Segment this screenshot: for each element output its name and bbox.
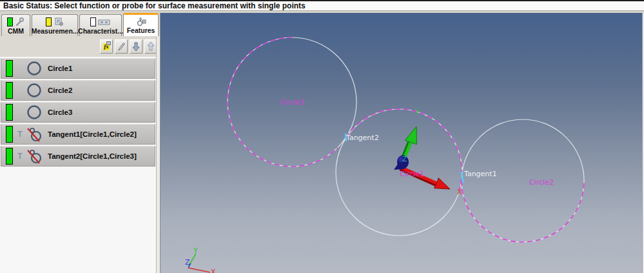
tab-features-label: Features: [127, 26, 155, 35]
feature-label: Tangent2[Circle1,Circle3]: [48, 152, 137, 160]
tab-measurement-plan[interactable]: Measuremen...: [32, 14, 78, 36]
tab-bar: CMM Measuremen...: [0, 13, 160, 36]
feature-row-circle3[interactable]: Circle3: [1, 102, 155, 123]
circle1-highlight-arc: [346, 109, 462, 191]
feature-label: Circle3: [48, 108, 72, 116]
tangent1-label: Tangent1: [463, 170, 497, 178]
status-green-bar: [6, 104, 13, 121]
measurement-plan-icon: [54, 17, 64, 26]
cmm-status-indicator: [7, 17, 13, 26]
feature-label: Tangent1[Circle1,Circle2]: [48, 130, 137, 138]
tab-cmm[interactable]: CMM: [1, 14, 30, 36]
move-up-button[interactable]: [144, 39, 157, 54]
status-green-bar: [6, 126, 13, 143]
triad-x-label: X: [211, 268, 216, 273]
feature-list: Circle1 Circle2 Circle3 T: [0, 57, 156, 273]
status-bar-text: Basic Status: Select function or probe f…: [3, 1, 306, 10]
status-green-bar: [6, 60, 13, 77]
status-green-bar: [6, 82, 13, 99]
feature-row-circle1[interactable]: Circle1: [1, 58, 155, 79]
triad-y-label: Y: [193, 247, 198, 255]
tangent2-label: Tangent2: [346, 134, 379, 142]
pencil-icon: [117, 41, 126, 52]
y-axis-arrow: [403, 126, 416, 159]
tab-measurement-label: Measuremen...: [32, 27, 79, 35]
edit-button[interactable]: [115, 39, 128, 54]
status-bar: Basic Status: Select function or probe f…: [0, 0, 644, 11]
feature-tag: T: [15, 152, 25, 161]
arrow-down-icon: [132, 41, 141, 52]
tab-characteristics[interactable]: Characterist...: [79, 14, 122, 36]
feature-row-tangent2[interactable]: T Tangent2[Circle1,Circle3]: [1, 146, 155, 167]
tangent-feature-icon: [25, 125, 43, 143]
axis-x-label: X: [457, 188, 462, 196]
features-icon: [135, 16, 147, 26]
feature-label: Circle1: [48, 65, 72, 72]
status-green-bar: [6, 148, 13, 165]
wrench-icon: [15, 17, 24, 26]
circle-feature-icon: [25, 103, 43, 121]
circle1-label: Circle1: [400, 170, 424, 178]
tab-features[interactable]: Features: [123, 13, 159, 36]
tab-characteristics-label: Characterist...: [78, 27, 123, 35]
circle2-wire: [462, 119, 584, 242]
cad-viewport[interactable]: Circle3 Circle1 Circle2 Tangent2 Tangent…: [160, 13, 642, 273]
formula-box-icon: [106, 41, 111, 45]
cmm-software-window: Basic Status: Select function or probe f…: [0, 0, 644, 273]
axis-z-label: Z: [402, 155, 407, 163]
circle2-highlight-arc: [462, 181, 584, 242]
circle2-label: Circle2: [529, 178, 554, 187]
feature-tag: T: [15, 130, 25, 139]
triad-x-axis: [188, 268, 210, 272]
features-toolbar: fx: [0, 36, 160, 57]
arrow-up-icon: [146, 41, 155, 52]
tab-cmm-label: CMM: [8, 27, 24, 35]
move-down-button[interactable]: [130, 39, 142, 54]
circle3-label: Circle3: [280, 98, 304, 106]
formula-button[interactable]: fx: [100, 39, 113, 54]
circle-feature-icon: [25, 81, 43, 99]
axis-y-label: Y: [415, 108, 420, 116]
measurement-status-indicator: [46, 17, 52, 26]
characteristics-status-indicator: [90, 17, 96, 26]
circle-feature-icon: [25, 59, 43, 77]
feature-row-tangent1[interactable]: T Tangent1[Circle1,Circle2]: [1, 124, 155, 145]
feature-label: Circle2: [48, 86, 72, 94]
triad-z-label: Z: [185, 258, 190, 267]
characteristics-tolerance-icon: [98, 18, 111, 26]
tangent-feature-icon: [25, 147, 43, 165]
feature-row-circle2[interactable]: Circle2: [1, 80, 155, 101]
left-panel: CMM Measuremen...: [0, 13, 160, 273]
world-triad: Y Z X: [185, 247, 216, 273]
cad-scene: Circle3 Circle1 Circle2 Tangent2 Tangent…: [161, 13, 643, 273]
